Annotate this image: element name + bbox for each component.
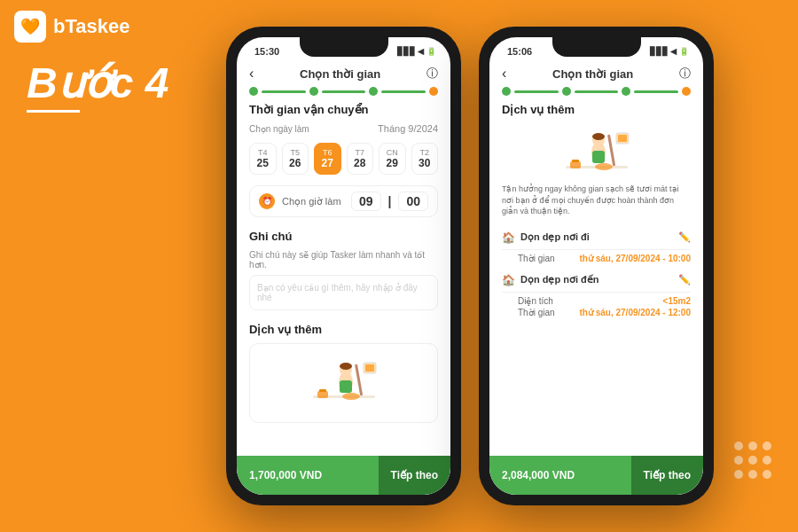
day-name-t2: T2	[414, 148, 436, 157]
phone-2-info-btn[interactable]: ⓘ	[679, 66, 691, 82]
prog2-line-1	[514, 90, 559, 93]
phone-1: 15:30 ▊▊▊ ◀ 🔋 ‹ Chọn thời gian ⓘ	[226, 27, 461, 505]
phone-2: 15:06 ▊▊▊ ◀ 🔋 ‹ Chọn thời gian ⓘ	[479, 27, 714, 505]
day-name-cn: CN	[381, 148, 403, 157]
phone-2-app-header: ‹ Chọn thời gian ⓘ	[489, 62, 703, 87]
prog-line-3	[381, 90, 426, 93]
day-num-26: 26	[285, 157, 307, 169]
phone-1-header-title: Chọn thời gian	[300, 67, 380, 81]
day-t2[interactable]: T2 30	[411, 143, 439, 175]
service-2-time-row: Thời gian thứ sáu, 27/09/2024 - 12:00	[518, 308, 691, 317]
time-picker: ⏰ Chọn giờ làm 09 | 00	[249, 185, 438, 217]
phone-2-status-icons: ▊▊▊ ◀ 🔋	[650, 47, 689, 56]
service-2-detail: Diện tích <15m2 Thời gian thứ sáu, 27/09…	[502, 293, 691, 323]
service-1-name: Dọn dẹp nơi đi	[520, 231, 673, 243]
service-illustration-2	[502, 123, 691, 176]
day-t5[interactable]: T5 26	[282, 143, 309, 175]
service-1-edit[interactable]: ✏️	[678, 231, 691, 243]
time-hour[interactable]: 09	[351, 192, 381, 211]
day-t6-active[interactable]: T6 27	[314, 143, 341, 175]
svg-rect-1	[355, 364, 363, 395]
phone-1-notch	[300, 37, 388, 57]
service-1-time-val: thứ sáu, 27/09/2024 - 10:00	[579, 254, 691, 263]
svg-rect-19	[618, 135, 627, 142]
service-2-area-row: Diện tích <15m2	[518, 296, 691, 306]
prog-dot-3	[369, 87, 378, 96]
service-2-area-label: Diện tích	[518, 296, 553, 306]
step-divider	[27, 110, 80, 113]
logo-icon: 🧡	[14, 11, 46, 43]
day-num-29: 29	[381, 157, 403, 169]
cleaning-svg-2	[561, 126, 632, 175]
step-label: Bước 4	[27, 62, 168, 113]
day-cn[interactable]: CN 29	[379, 143, 406, 175]
phone-2-header-title: Chọn thời gian	[552, 67, 633, 81]
phone-1-status-icons: ▊▊▊ ◀ 🔋	[397, 47, 436, 56]
service-1-icon: 🏠	[502, 231, 515, 244]
step-title: Bước 4	[27, 62, 168, 105]
service-1-time-row: Thời gian thứ sáu, 27/09/2024 - 10:00	[518, 254, 691, 263]
prog2-dot-2	[562, 87, 571, 96]
phone-1-info-btn[interactable]: ⓘ	[426, 66, 438, 82]
notes-section-title: Ghi chú	[249, 230, 438, 243]
day-t7[interactable]: T7 28	[347, 143, 374, 175]
svg-rect-17	[592, 151, 605, 163]
svg-rect-12	[607, 134, 615, 166]
service-illustration-1	[259, 353, 428, 406]
time-sep: |	[388, 194, 392, 208]
service-2-area-val: <15m2	[663, 296, 691, 306]
service-row-1: 🏠 Dọn dẹp nơi đi ✏️	[502, 226, 691, 250]
phone-2-time: 15:06	[507, 46, 532, 57]
day-name-t6: T6	[317, 148, 339, 157]
service-description: Tận hưởng ngay không gian sạch sẽ tươi m…	[502, 184, 691, 217]
day-num-27: 27	[317, 157, 339, 169]
month-label: Tháng 9/2024	[378, 123, 438, 134]
extra-section-title-2: Dịch vụ thêm	[502, 103, 691, 116]
phone-2-price: 2,084,000 VND	[489, 456, 631, 495]
notes-placeholder: Bạn có yêu cầu gì thêm, hãy nhập ở đây n…	[257, 283, 418, 302]
phone-1-back-btn[interactable]: ‹	[249, 66, 254, 82]
phone-1-app-header: ‹ Chọn thời gian ⓘ	[237, 62, 450, 87]
day-t4[interactable]: T4 25	[249, 143, 277, 175]
svg-point-16	[592, 133, 605, 140]
phone-1-price: 1,700,000 VND	[237, 456, 379, 495]
prog-dot-2	[309, 87, 318, 96]
logo-text: bTaskee	[53, 15, 129, 38]
phone-1-bottom-bar: 1,700,000 VND Tiếp theo	[237, 456, 450, 495]
phone-2-screen: 15:06 ▊▊▊ ◀ 🔋 ‹ Chọn thời gian ⓘ	[489, 37, 703, 495]
day-name-t5: T5	[285, 148, 307, 157]
prog-dot-1	[249, 87, 258, 96]
day-num-30: 30	[414, 157, 436, 169]
prog2-line-3	[634, 90, 678, 93]
service-1-detail: Thời gian thứ sáu, 27/09/2024 - 10:00	[502, 250, 691, 269]
service-2-time-label: Thời gian	[518, 308, 555, 317]
header: 🧡 bTaskee	[0, 0, 177, 53]
time-min[interactable]: 00	[398, 192, 428, 211]
day-name-t7: T7	[349, 148, 372, 157]
prog2-line-2	[575, 90, 619, 93]
svg-point-13	[595, 163, 613, 170]
service-2-edit[interactable]: ✏️	[678, 274, 691, 286]
service-row-2: 🏠 Dọn dẹp nơi đến ✏️	[502, 269, 691, 293]
time-icon: ⏰	[259, 193, 275, 209]
prog-line-1	[262, 90, 306, 93]
phone-1-next-btn[interactable]: Tiếp theo	[379, 456, 450, 495]
phone-2-back-btn[interactable]: ‹	[502, 66, 506, 82]
svg-rect-6	[340, 380, 352, 393]
service-2-icon: 🏠	[502, 274, 515, 286]
phone-2-progress	[489, 87, 703, 103]
svg-rect-20	[570, 161, 581, 168]
phone-1-time: 15:30	[254, 46, 279, 57]
phone-2-bottom-bar: 2,084,000 VND Tiếp theo	[489, 456, 703, 495]
phone-1-screen: 15:30 ▊▊▊ ◀ 🔋 ‹ Chọn thời gian ⓘ	[237, 37, 450, 495]
extra-section-title: Dịch vụ thêm	[249, 323, 438, 336]
svg-rect-8	[365, 364, 374, 372]
svg-point-2	[342, 393, 360, 400]
phone-1-content: Thời gian vận chuyển Chọn ngày làm Tháng…	[237, 103, 450, 454]
notes-area[interactable]: Bạn có yêu cầu gì thêm, hãy nhập ở đây n…	[249, 275, 438, 310]
phones-container: 15:30 ▊▊▊ ◀ 🔋 ‹ Chọn thời gian ⓘ	[160, 18, 780, 514]
service-2-time-val: thứ sáu, 27/09/2024 - 12:00	[579, 308, 691, 317]
day-num-28: 28	[349, 157, 372, 169]
phone-2-next-btn[interactable]: Tiếp theo	[631, 456, 703, 495]
svg-rect-21	[572, 160, 579, 162]
